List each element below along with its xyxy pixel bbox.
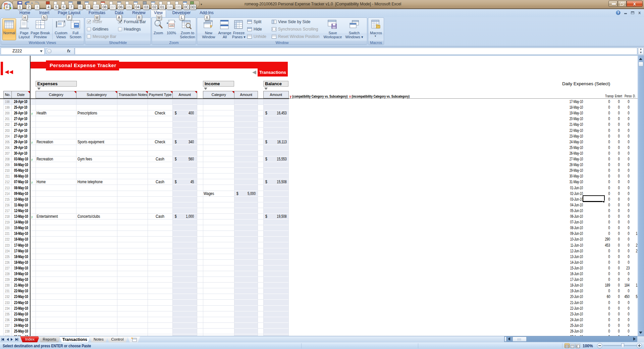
svg-text:100: 100 (170, 24, 173, 27)
